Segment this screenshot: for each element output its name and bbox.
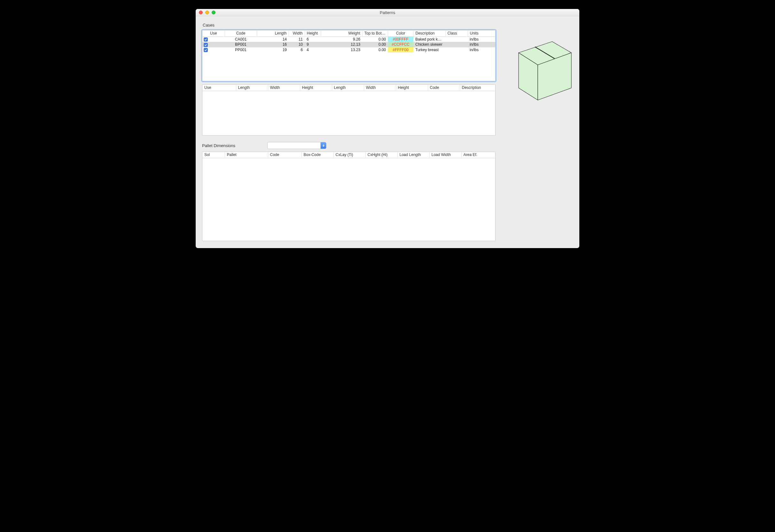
col-code[interactable]: Code <box>225 30 257 37</box>
table-row[interactable]: BP0011610912.130.00#CCFFCCChicken skewer… <box>202 42 496 47</box>
cell-class <box>446 47 468 52</box>
col3-areaef[interactable]: Area Ef. <box>461 152 496 158</box>
pallet-table[interactable]: Sol Pallet Code Box-Code CxLay (Ti) CxHg… <box>202 152 496 238</box>
cell-weight: 13.23 <box>321 47 362 52</box>
checkbox-icon[interactable] <box>204 43 208 47</box>
col-height[interactable]: Height <box>305 30 321 37</box>
close-icon[interactable] <box>199 11 203 14</box>
col3-boxcode[interactable]: Box-Code <box>301 152 333 158</box>
pallet-select[interactable] <box>267 142 326 149</box>
col3-cxlay[interactable]: CxLay (Ti) <box>333 152 365 158</box>
table-row[interactable]: CA001141169.260.00#00FFFFBaked pork knuc… <box>202 37 496 42</box>
pallet-select-value <box>267 142 320 149</box>
cell-width: 11 <box>289 37 305 42</box>
col2-use[interactable]: Use <box>202 85 236 91</box>
col-description[interactable]: Description <box>414 30 446 37</box>
cell-code: PP001 <box>225 47 257 52</box>
minimize-icon[interactable] <box>205 11 209 14</box>
case-preview-icon <box>500 37 573 107</box>
col-topbott[interactable]: Top to Bott... <box>362 30 388 37</box>
col-length[interactable]: Length <box>257 30 289 37</box>
pallet-table-panel[interactable]: Sol Pallet Code Box-Code CxLay (Ti) CxHg… <box>202 151 496 241</box>
cell-description: Chicken skewer <box>414 42 446 47</box>
col2-description[interactable]: Description <box>460 85 496 91</box>
cell-color: #CCFFCC <box>388 42 414 47</box>
col3-sol[interactable]: Sol <box>202 152 225 158</box>
cell-use[interactable] <box>202 37 225 42</box>
cell-height: 6 <box>305 37 321 42</box>
updown-icon <box>320 142 326 149</box>
col3-loadlen[interactable]: Load Length <box>398 152 430 158</box>
col3-pallet[interactable]: Pallet <box>225 152 268 158</box>
col-use[interactable]: Use <box>202 30 225 37</box>
cell-class <box>446 37 468 42</box>
cell-code: CA001 <box>225 37 257 42</box>
cases-table-panel[interactable]: Use Code Length Width Height Weight Top … <box>202 30 496 81</box>
cell-use[interactable] <box>202 47 225 52</box>
cell-weight: 12.13 <box>321 42 362 47</box>
col-class[interactable]: Class <box>446 30 468 37</box>
app-window: Patterns Cases <box>196 9 579 248</box>
table-row[interactable]: PP001196413.230.00#FFFF00Turkey breastin… <box>202 47 496 52</box>
col-weight[interactable]: Weight <box>321 30 362 37</box>
col3-cxhght[interactable]: CxHght (Hi) <box>365 152 398 158</box>
col2-length2[interactable]: Length <box>332 85 364 91</box>
cell-height: 9 <box>305 42 321 47</box>
pallet-label: Pallet Dimensions <box>202 143 235 148</box>
cell-width: 10 <box>289 42 305 47</box>
secondary-table-panel[interactable]: Use Length Width Height Length Width Hei… <box>202 84 496 135</box>
cell-units: in/lbs <box>468 47 496 52</box>
col-units[interactable]: Units <box>468 30 496 37</box>
cell-topbott: 0.00 <box>362 37 388 42</box>
col2-width2[interactable]: Width <box>364 85 396 91</box>
cell-units: in/lbs <box>468 37 496 42</box>
cell-weight: 9.26 <box>321 37 362 42</box>
cell-code: BP001 <box>225 42 257 47</box>
checkbox-icon[interactable] <box>204 48 208 52</box>
cell-use[interactable] <box>202 42 225 47</box>
col3-code[interactable]: Code <box>268 152 301 158</box>
cell-description: Baked pork knuc... <box>414 37 446 42</box>
cases-table[interactable]: Use Code Length Width Height Weight Top … <box>202 30 496 81</box>
cell-topbott: 0.00 <box>362 42 388 47</box>
cell-color: #FFFF00 <box>388 47 414 52</box>
cell-length: 14 <box>257 37 289 42</box>
col2-height[interactable]: Height <box>300 85 332 91</box>
col2-width[interactable]: Width <box>268 85 300 91</box>
col2-code[interactable]: Code <box>428 85 460 91</box>
zoom-icon[interactable] <box>212 11 215 14</box>
cell-width: 6 <box>289 47 305 52</box>
window-title: Patterns <box>196 10 579 15</box>
cell-units: in/lbs <box>468 42 496 47</box>
cell-length: 19 <box>257 47 289 52</box>
col-width[interactable]: Width <box>289 30 305 37</box>
window-traffic-lights <box>196 11 215 14</box>
col3-loadwid[interactable]: Load Width <box>430 152 461 158</box>
col2-length[interactable]: Length <box>236 85 268 91</box>
cell-description: Turkey breast <box>414 47 446 52</box>
cell-height: 4 <box>305 47 321 52</box>
secondary-table[interactable]: Use Length Width Height Length Width Hei… <box>202 85 496 123</box>
cell-color: #00FFFF <box>388 37 414 42</box>
col-color[interactable]: Color <box>388 30 414 37</box>
cell-topbott: 0.00 <box>362 47 388 52</box>
titlebar[interactable]: Patterns <box>196 9 579 16</box>
cell-length: 16 <box>257 42 289 47</box>
col2-height2[interactable]: Height <box>396 85 428 91</box>
cell-class <box>446 42 468 47</box>
cases-label: Cases <box>203 23 496 27</box>
checkbox-icon[interactable] <box>204 37 208 42</box>
